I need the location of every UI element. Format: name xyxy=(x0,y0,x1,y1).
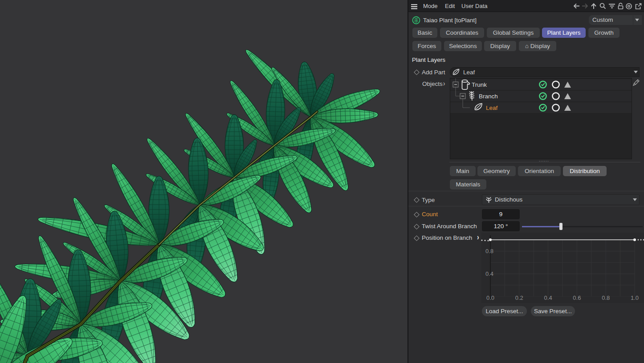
svg-text:0.2: 0.2 xyxy=(515,294,523,301)
svg-text:1.0: 1.0 xyxy=(631,294,639,301)
svg-text:0.0: 0.0 xyxy=(486,294,494,301)
svg-text:0.8: 0.8 xyxy=(602,294,610,301)
svg-text:0.8: 0.8 xyxy=(485,248,493,254)
svg-text:0.4: 0.4 xyxy=(544,294,552,301)
svg-text:0.4: 0.4 xyxy=(485,270,493,277)
svg-text:0.6: 0.6 xyxy=(573,294,581,301)
